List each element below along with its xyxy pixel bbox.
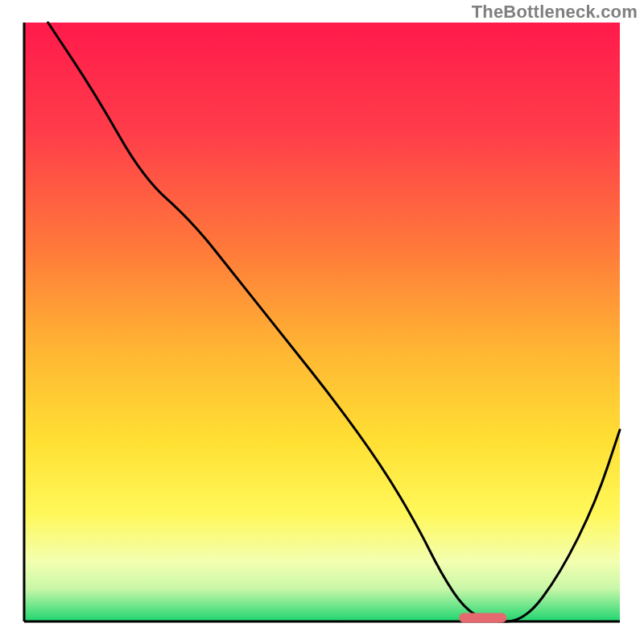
- optimal-marker: [459, 613, 506, 623]
- gradient-background: [24, 23, 620, 621]
- bottleneck-chart: [0, 0, 644, 644]
- chart-frame: TheBottleneck.com: [0, 0, 644, 644]
